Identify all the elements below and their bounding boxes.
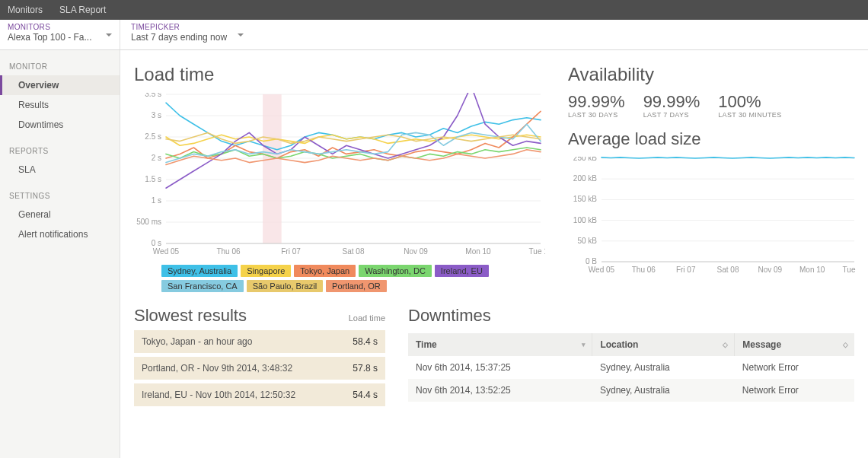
downtimes-table: Time▾Location◇Message◇ Nov 6th 2014, 15:… <box>408 333 854 402</box>
svg-text:Fri 07: Fri 07 <box>281 247 301 256</box>
svg-text:Mon 10: Mon 10 <box>465 247 491 256</box>
slowest-item[interactable]: Tokyo, Japan - an hour ago 58.4 s <box>134 330 385 353</box>
svg-text:Nov 09: Nov 09 <box>758 266 782 274</box>
downtime-message: Network Error <box>735 356 854 379</box>
legend-tag[interactable]: Tokyo, Japan <box>294 265 356 277</box>
panel-right: Availability 99.99% LAST 30 DAYS99.99% L… <box>568 64 857 292</box>
svg-text:Wed 05: Wed 05 <box>589 266 615 274</box>
slowest-item[interactable]: Portland, OR - Nov 9th 2014, 3:48:32 57.… <box>134 357 385 380</box>
sidebar-item-sla[interactable]: SLA <box>0 160 120 180</box>
svg-text:2.5 s: 2.5 s <box>145 132 161 141</box>
slowest-item-label: Portland, OR - Nov 9th 2014, 3:48:32 <box>142 363 292 374</box>
selector-row: MONITORS Alexa Top 100 - Fa... TIMEPICKE… <box>0 20 868 50</box>
panel-downtimes: Downtimes Time▾Location◇Message◇ Nov 6th… <box>408 306 854 410</box>
svg-text:Tue 11: Tue 11 <box>843 266 857 274</box>
chevron-down-icon <box>106 33 112 37</box>
nav-sla-report[interactable]: SLA Report <box>59 5 106 15</box>
column-header-label: Time <box>416 339 437 350</box>
legend-tag[interactable]: Ireland, EU <box>435 265 489 277</box>
svg-text:Wed 05: Wed 05 <box>153 247 180 256</box>
svg-text:Thu 06: Thu 06 <box>216 247 241 256</box>
downtimes-title: Downtimes <box>408 306 854 326</box>
svg-text:0 s: 0 s <box>152 239 161 247</box>
downtimes-column-header[interactable]: Message◇ <box>735 333 854 356</box>
svg-text:Tue 11: Tue 11 <box>529 247 545 256</box>
sidebar-item-general[interactable]: General <box>0 205 120 224</box>
svg-text:Sat 08: Sat 08 <box>717 266 739 274</box>
legend-tag[interactable]: São Paulo, Brazil <box>247 280 323 292</box>
panel-slowest: Slowest results Load time Tokyo, Japan -… <box>134 306 385 410</box>
sort-icon: ▾ <box>582 341 586 348</box>
legend-tag[interactable]: Washington, DC <box>359 265 432 277</box>
legend-tag[interactable]: San Francisco, CA <box>161 280 244 292</box>
svg-text:Fri 07: Fri 07 <box>676 266 696 274</box>
downtime-message: Network Error <box>735 379 854 402</box>
downtimes-row[interactable]: Nov 6th 2014, 15:37:25 Sydney, Australia… <box>408 356 854 379</box>
svg-text:3.5 s: 3.5 s <box>145 93 161 98</box>
legend-tag[interactable]: Sydney, Australia <box>161 265 238 277</box>
sidebar-item-alert-notifications[interactable]: Alert notifications <box>0 224 120 244</box>
downtime-time[interactable]: Nov 6th 2014, 15:37:25 <box>408 356 592 379</box>
panel-load-time: Load time 3.5 s3 s2.5 s2 s1.5 s1 s500 ms… <box>134 64 545 292</box>
timepicker-label: TIMEPICKER <box>131 23 227 31</box>
kpi-value: 99.99% <box>568 93 625 111</box>
monitor-selector-value: Alexa Top 100 - Fa... <box>8 32 112 43</box>
svg-text:1 s: 1 s <box>152 196 161 205</box>
load-size-title: Average load size <box>568 129 857 149</box>
svg-text:3 s: 3 s <box>152 111 161 119</box>
availability-kpi: 99.99% LAST 7 DAYS <box>643 93 700 119</box>
sidebar-item-overview[interactable]: Overview <box>0 75 120 95</box>
timepicker[interactable]: TIMEPICKER Last 7 days ending now <box>120 20 238 49</box>
slowest-item-label: Tokyo, Japan - an hour ago <box>142 336 252 347</box>
nav-monitors[interactable]: Monitors <box>8 5 43 15</box>
availability-kpi: 99.99% LAST 30 DAYS <box>568 93 625 119</box>
sidebar-section-settings: SETTINGS <box>0 187 120 205</box>
downtime-time[interactable]: Nov 6th 2014, 13:52:25 <box>408 379 592 402</box>
sidebar-item-downtimes[interactable]: Downtimes <box>0 115 120 135</box>
sidebar: MONITOR Overview Results Downtimes REPOR… <box>0 50 120 458</box>
downtimes-column-header[interactable]: Time▾ <box>408 333 592 356</box>
slowest-title: Slowest results <box>134 306 247 326</box>
kpi-value: 99.99% <box>643 93 700 111</box>
availability-kpis: 99.99% LAST 30 DAYS99.99% LAST 7 DAYS100… <box>568 93 857 119</box>
svg-text:Thu 06: Thu 06 <box>632 266 656 274</box>
svg-text:250 kB: 250 kB <box>573 157 597 162</box>
svg-text:Mon 10: Mon 10 <box>799 266 825 274</box>
load-time-legend: Sydney, AustraliaSingaporeTokyo, JapanWa… <box>134 265 545 292</box>
sidebar-item-results[interactable]: Results <box>0 95 120 115</box>
chevron-down-icon <box>238 33 244 37</box>
sidebar-section-reports: REPORTS <box>0 142 120 160</box>
svg-text:100 kB: 100 kB <box>573 216 597 224</box>
monitor-selector-label: MONITORS <box>8 23 112 31</box>
load-size-chart[interactable]: 250 kB200 kB150 kB100 kB50 kB0 BWed 05Th… <box>568 157 857 278</box>
svg-text:1.5 s: 1.5 s <box>145 175 161 183</box>
monitor-selector[interactable]: MONITORS Alexa Top 100 - Fa... <box>0 20 120 49</box>
downtime-location: Sydney, Australia <box>592 379 735 402</box>
slowest-item-value: 57.8 s <box>353 363 378 374</box>
svg-text:2 s: 2 s <box>152 154 161 162</box>
load-time-title: Load time <box>134 64 545 85</box>
svg-text:Nov 09: Nov 09 <box>404 247 428 256</box>
downtime-location: Sydney, Australia <box>592 356 735 379</box>
slowest-item[interactable]: Ireland, EU - Nov 10th 2014, 12:50:32 54… <box>134 383 385 406</box>
column-header-label: Message <box>742 339 781 350</box>
content: Load time 3.5 s3 s2.5 s2 s1.5 s1 s500 ms… <box>120 50 868 458</box>
slowest-column-label: Load time <box>349 313 385 323</box>
column-header-label: Location <box>600 339 638 350</box>
kpi-label: LAST 30 MINUTES <box>718 111 781 119</box>
downtimes-row[interactable]: Nov 6th 2014, 13:52:25 Sydney, Australia… <box>408 379 854 402</box>
svg-rect-16 <box>263 94 282 243</box>
sort-icon: ◇ <box>843 341 848 348</box>
legend-tag[interactable]: Portland, OR <box>326 280 387 292</box>
downtimes-column-header[interactable]: Location◇ <box>592 333 735 356</box>
legend-tag[interactable]: Singapore <box>241 265 291 277</box>
svg-text:150 kB: 150 kB <box>573 196 597 204</box>
sidebar-section-monitor: MONITOR <box>0 58 120 75</box>
slowest-item-value: 54.4 s <box>353 390 378 400</box>
load-time-chart[interactable]: 3.5 s3 s2.5 s2 s1.5 s1 s500 ms0 sWed 05T… <box>134 93 545 260</box>
sort-icon: ◇ <box>723 341 728 348</box>
availability-title: Availability <box>568 64 857 85</box>
top-nav: Monitors SLA Report <box>0 0 868 20</box>
availability-kpi: 100% LAST 30 MINUTES <box>718 93 781 119</box>
slowest-item-value: 58.4 s <box>353 336 378 347</box>
